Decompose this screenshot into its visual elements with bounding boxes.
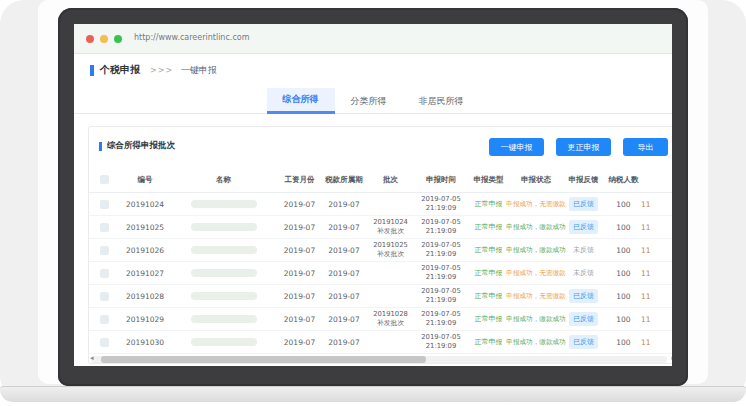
table-header-row: 编号 名称 工资月份 税款所属期 批次 申报时间 申报类型 申报状态 申报反馈 … [89, 167, 672, 193]
feedback-badge: 未反馈 [569, 243, 598, 257]
panel-accent-bar [99, 142, 102, 151]
cell-clipped: 11 [641, 269, 672, 278]
scrollbar-thumb[interactable] [101, 356, 426, 363]
cell-declare-time: 2019-07-0521:19:09 [416, 264, 466, 282]
name-placeholder [191, 200, 257, 208]
breadcrumb-current: 一键申报 [181, 64, 217, 77]
cell-salary-month: 2019-07 [276, 315, 323, 324]
row-checkbox[interactable] [100, 292, 109, 301]
cell-id: 20191025 [119, 223, 171, 232]
cell-declare-time: 2019-07-0521:19:09 [416, 287, 466, 305]
breadcrumb-separator: >>> [150, 66, 173, 75]
correct-declare-button[interactable]: 更正申报 [556, 138, 611, 156]
laptop-mockup: http://www.careerintlinc.com 个税申报 >>> 一键… [0, 0, 746, 406]
cell-id: 20191029 [119, 315, 171, 324]
col-header-salary-month: 工资月份 [276, 175, 323, 185]
declare-type-label: 正常申报 [475, 314, 503, 324]
cell-clipped: 11 [641, 223, 672, 232]
declare-type-label: 正常申报 [475, 337, 503, 347]
name-placeholder [191, 223, 257, 231]
panel-title: 综合所得申报批次 [107, 140, 175, 152]
cell-taxpayers: 100 [606, 292, 641, 301]
cell-tax-period: 2019-07 [323, 223, 365, 232]
tab-nonresident-income[interactable]: 非居民所得 [403, 88, 480, 114]
batch-panel: 综合所得申报批次 一键申报 更正申报 导出 编号 名称 工资月份 税款所属期 批… [88, 126, 672, 364]
table-row: 20191029 2019-07 2019-07 20191028补发批次 20… [89, 308, 672, 331]
cell-salary-month: 2019-07 [276, 200, 323, 209]
cell-clipped: 11 [641, 338, 672, 347]
feedback-badge: 已反馈 [569, 289, 598, 303]
name-placeholder [191, 269, 257, 277]
col-header-feedback: 申报反馈 [561, 175, 606, 185]
cell-declare-time: 2019-07-0521:19:09 [416, 218, 466, 236]
horizontal-scrollbar[interactable]: ◂ ▸ [91, 356, 667, 363]
cell-taxpayers: 100 [606, 200, 641, 209]
cell-clipped: 11 [641, 246, 672, 255]
page-title: 个税申报 [100, 63, 140, 77]
page-header: 个税申报 >>> 一键申报 [90, 62, 217, 78]
name-placeholder [191, 292, 257, 300]
table-row: 20191028 2019-07 2019-07 2019-07-0521:19… [89, 285, 672, 308]
select-all-checkbox[interactable] [100, 175, 109, 184]
row-checkbox[interactable] [100, 269, 109, 278]
cell-clipped: 11 [641, 200, 672, 209]
browser-window: http://www.careerintlinc.com 个税申报 >>> 一键… [74, 24, 672, 366]
col-header-id: 编号 [119, 175, 171, 185]
name-placeholder [191, 338, 257, 346]
declare-type-label: 正常申报 [475, 222, 503, 232]
cell-tax-period: 2019-07 [323, 269, 365, 278]
row-checkbox[interactable] [100, 338, 109, 347]
tab-bar: 综合所得 分类所得 非居民所得 [74, 88, 672, 114]
cell-taxpayers: 100 [606, 315, 641, 324]
laptop-base [0, 386, 746, 402]
col-header-tax-period: 税款所属期 [323, 175, 365, 185]
panel-title-row: 综合所得申报批次 [99, 140, 175, 152]
row-checkbox[interactable] [100, 223, 109, 232]
export-button[interactable]: 导出 [623, 138, 668, 156]
declare-type-label: 正常申报 [475, 245, 503, 255]
row-checkbox[interactable] [100, 315, 109, 324]
tab-classified-income[interactable]: 分类所得 [335, 88, 403, 114]
cell-id: 20191027 [119, 269, 171, 278]
cell-id: 20191024 [119, 200, 171, 209]
col-header-declare-time: 申报时间 [416, 175, 466, 185]
cell-salary-month: 2019-07 [276, 269, 323, 278]
cell-declare-time: 2019-07-0521:19:09 [416, 310, 466, 328]
declare-type-label: 正常申报 [475, 291, 503, 301]
cell-clipped: 11 [641, 315, 672, 324]
table-row: 20191030 2019-07 2019-07 2019-07-0521:19… [89, 331, 672, 354]
table-row: 20191026 2019-07 2019-07 20191025补发批次 20… [89, 239, 672, 262]
cell-batch: 20191028补发批次 [365, 310, 416, 328]
feedback-badge: 已反馈 [569, 197, 598, 211]
tab-comprehensive-income[interactable]: 综合所得 [267, 88, 335, 114]
cell-taxpayers: 100 [606, 223, 641, 232]
traffic-light-green-icon [114, 35, 122, 43]
row-checkbox[interactable] [100, 246, 109, 255]
col-header-declare-type: 申报类型 [466, 175, 511, 185]
scroll-left-icon[interactable]: ◂ [90, 354, 94, 362]
cell-salary-month: 2019-07 [276, 292, 323, 301]
col-header-taxpayers: 纳税人数 [606, 175, 641, 185]
declare-status-label: 申报成功，无需缴款 [506, 292, 565, 301]
declare-status-label: 申报成功，无需缴款 [506, 269, 565, 278]
feedback-badge: 已反馈 [569, 220, 598, 234]
one-click-declare-button[interactable]: 一键申报 [489, 138, 544, 156]
name-placeholder [191, 246, 257, 254]
cell-salary-month: 2019-07 [276, 223, 323, 232]
title-accent-bar [90, 65, 94, 76]
declare-type-label: 正常申报 [475, 268, 503, 278]
batch-table: 编号 名称 工资月份 税款所属期 批次 申报时间 申报类型 申报状态 申报反馈 … [89, 167, 672, 354]
cell-taxpayers: 100 [606, 269, 641, 278]
cell-declare-time: 2019-07-0521:19:09 [416, 195, 466, 213]
scroll-right-icon[interactable]: ▸ [671, 354, 672, 362]
cell-taxpayers: 100 [606, 246, 641, 255]
cell-tax-period: 2019-07 [323, 292, 365, 301]
declare-status-label: 申报成功，无需缴款 [506, 200, 565, 209]
col-header-declare-status: 申报状态 [511, 175, 561, 185]
panel-header: 综合所得申报批次 一键申报 更正申报 导出 [89, 127, 672, 167]
cell-batch: 20191025补发批次 [365, 241, 416, 259]
browser-titlebar: http://www.careerintlinc.com [74, 24, 672, 54]
cell-tax-period: 2019-07 [323, 200, 365, 209]
col-header-name: 名称 [171, 175, 276, 185]
row-checkbox[interactable] [100, 200, 109, 209]
